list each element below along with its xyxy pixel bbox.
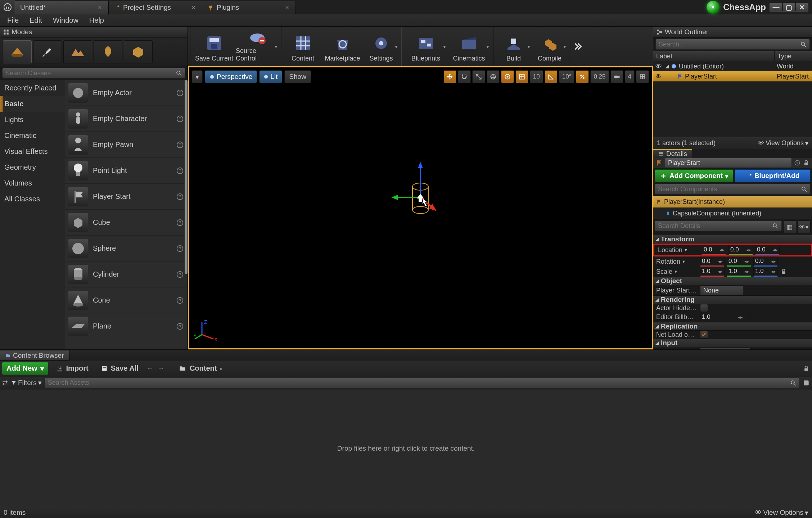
component-capsule[interactable]: CapsuleComponent (Inherited) [653, 207, 812, 219]
cat-visual-effects[interactable]: Visual Effects [0, 143, 65, 159]
source-control-button[interactable]: Source Control▼ [236, 28, 279, 64]
details-tab[interactable]: Details [653, 149, 692, 158]
place-item-cylinder[interactable]: Cylinder? [65, 262, 188, 287]
info-icon[interactable]: ? [176, 296, 184, 304]
info-icon[interactable]: ? [176, 322, 184, 330]
section-replication[interactable]: ◢Replication [653, 322, 812, 331]
viewport-show-button[interactable]: Show [284, 70, 311, 83]
window-minimize-button[interactable]: — [770, 3, 782, 11]
outliner-titlebar[interactable]: World Outliner [653, 27, 812, 37]
info-icon[interactable]: ? [794, 160, 800, 166]
transform-scale-button[interactable] [472, 70, 485, 83]
tab-plugins[interactable]: Plugins × [202, 1, 296, 14]
menu-edit[interactable]: Edit [24, 15, 47, 26]
outliner-row-world[interactable]: 👁 ◢Untitled (Editor) World [653, 61, 812, 71]
cat-volumes[interactable]: Volumes [0, 175, 65, 191]
mode-landscape[interactable] [63, 40, 92, 63]
rotation-z-input[interactable]: ◂▸ [753, 256, 778, 267]
visibility-toggle[interactable]: 👁 [653, 73, 664, 80]
viewport-menu-button[interactable]: ▾ [192, 70, 203, 83]
transform-move-button[interactable] [443, 70, 456, 83]
breadcrumb-root[interactable]: Content [190, 364, 217, 372]
cat-basic[interactable]: Basic [0, 96, 65, 112]
info-icon[interactable]: ? [176, 167, 184, 175]
info-icon[interactable]: ? [176, 115, 184, 123]
property-visibility-button[interactable]: 👁▾ [798, 220, 811, 233]
place-item-plane[interactable]: Plane? [65, 313, 188, 339]
cb-view-options[interactable]: 👁 View Options ▾ [755, 509, 808, 517]
tab-project-settings[interactable]: Project Settings × [109, 1, 202, 14]
info-icon[interactable]: ? [176, 245, 184, 253]
outliner-view-options[interactable]: 👁 View Options ▾ [758, 139, 808, 147]
save-current-button[interactable]: Save Current [193, 28, 236, 64]
rotation-x-input[interactable]: ◂▸ [700, 256, 725, 267]
nav-back-button[interactable]: ← [146, 364, 154, 372]
place-item-point-light[interactable]: Point Light? [65, 158, 188, 184]
place-item-empty-actor[interactable]: Empty Actor? [65, 80, 188, 106]
cat-cinematic[interactable]: Cinematic [0, 128, 65, 143]
camera-speed-icon[interactable] [610, 70, 623, 83]
breadcrumb-expand[interactable]: ▸ [220, 366, 223, 371]
section-input[interactable]: ◢Input [653, 339, 812, 347]
nav-forward-button[interactable]: → [157, 364, 164, 372]
rotation-y-input[interactable]: ◂▸ [727, 256, 751, 267]
visibility-toggle[interactable]: 👁 [653, 63, 664, 70]
close-icon[interactable]: × [98, 4, 102, 12]
property-matrix-button[interactable]: ▦ [783, 220, 796, 233]
viewport-lit-button[interactable]: Lit [259, 70, 282, 83]
angle-snap-toggle[interactable] [545, 70, 558, 83]
cinematics-button[interactable]: Cinematics▼ [447, 28, 491, 64]
viewport-perspective-button[interactable]: Perspective [205, 70, 257, 83]
translation-gizmo[interactable] [390, 160, 451, 228]
outliner-col-label[interactable]: Label [653, 51, 775, 61]
compile-button[interactable]: Compile▼ [532, 28, 568, 64]
scale-y-input[interactable]: ◂▸ [727, 267, 751, 277]
lock-icon[interactable] [803, 159, 810, 166]
scale-lock-icon[interactable] [780, 268, 787, 275]
scale-snap-value[interactable]: 0.25 [590, 70, 609, 83]
level-viewport[interactable]: ▾ Perspective Lit Show 10 10° 0.25 4 [188, 66, 653, 349]
search-assets-input[interactable] [45, 378, 800, 388]
transform-rotate-button[interactable] [458, 70, 471, 83]
settings-button[interactable]: Settings▼ [363, 28, 399, 64]
add-component-button[interactable]: ＋Add Component ▾ [655, 169, 733, 182]
sources-panel-toggle[interactable]: ⇄ [2, 379, 8, 387]
save-all-button[interactable]: Save All [96, 362, 143, 375]
info-icon[interactable]: ? [176, 89, 184, 97]
search-details-input[interactable] [655, 220, 782, 231]
place-item-empty-pawn[interactable]: Empty Pawn? [65, 132, 188, 158]
info-icon[interactable]: ? [176, 219, 184, 227]
menu-window[interactable]: Window [48, 15, 84, 26]
blueprint-add-button[interactable]: Blueprint/Add [735, 169, 811, 182]
net-load-checkbox[interactable]: ✔ [700, 331, 708, 339]
toolbar-overflow-button[interactable] [570, 27, 586, 66]
mode-geometry[interactable] [124, 40, 153, 63]
surface-snap-button[interactable] [501, 70, 514, 83]
grid-snap-value[interactable]: 10 [530, 70, 543, 83]
coord-space-button[interactable] [487, 70, 500, 83]
menu-file[interactable]: File [2, 15, 24, 26]
mode-place[interactable] [3, 40, 32, 63]
content-browser-view[interactable]: Drop files here or right click to create… [0, 389, 812, 507]
section-rendering[interactable]: ◢Rendering [653, 295, 812, 304]
search-classes-input[interactable] [2, 68, 185, 79]
location-z-input[interactable]: ◂▸ [755, 245, 780, 255]
save-search-icon[interactable] [803, 379, 810, 387]
cat-recently-placed[interactable]: Recently Placed [0, 80, 65, 96]
camera-speed-value[interactable]: 4 [625, 70, 635, 83]
content-browser-tab[interactable]: Content Browser [0, 350, 69, 361]
angle-snap-value[interactable]: 10° [559, 70, 575, 83]
component-root[interactable]: PlayerStart(Instance) [653, 196, 812, 207]
mode-foliage[interactable] [94, 40, 122, 63]
filters-button[interactable]: Filters▾ [11, 379, 42, 387]
menu-help[interactable]: Help [84, 15, 109, 26]
scrollbar[interactable] [185, 80, 188, 274]
import-button[interactable]: Import [52, 362, 93, 375]
section-transform[interactable]: ◢Transform [653, 235, 812, 244]
location-x-input[interactable]: ◂▸ [702, 245, 726, 255]
scale-snap-toggle[interactable] [576, 70, 589, 83]
place-item-sphere[interactable]: Sphere? [65, 236, 188, 262]
place-item-cube[interactable]: Cube? [65, 210, 188, 236]
actor-name-input[interactable] [665, 158, 792, 168]
window-maximize-button[interactable]: ▢ [783, 3, 795, 11]
